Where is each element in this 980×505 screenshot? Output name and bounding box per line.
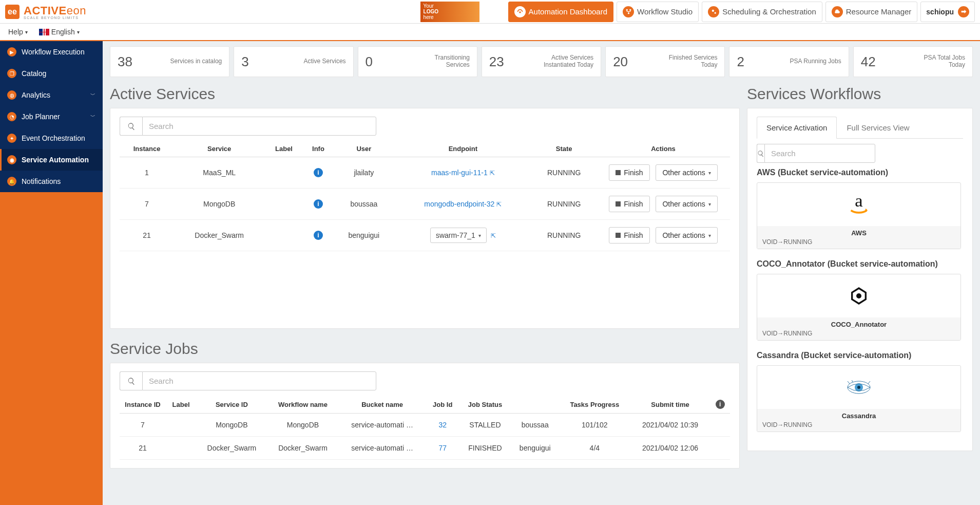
cell-actions: Finish Other actions ▾ — [597, 189, 730, 220]
cell-status: STALLED — [459, 414, 511, 437]
cell-info: i — [303, 220, 334, 251]
chevron-down-icon: ▾ — [25, 29, 28, 35]
external-link-icon[interactable]: ⇱ — [496, 201, 502, 208]
endpoint-dropdown[interactable]: swarm-77_1 ▾ — [430, 228, 487, 243]
cell-time: 2021/04/02 12:06 — [630, 437, 710, 460]
user-menu[interactable]: schiopu — [920, 2, 975, 22]
logo-mark-icon: ee — [5, 5, 20, 19]
chevron-down-icon: ▾ — [708, 201, 711, 207]
workflow-card-status: VOID→RUNNING — [762, 238, 955, 246]
service-icon: ◉ — [7, 155, 16, 164]
stat-active-instantiated-today[interactable]: 23Active Services Instantiated Today — [482, 46, 601, 77]
cell-job-id: 77 — [426, 437, 459, 460]
svg-text:a: a — [855, 193, 862, 210]
workflow-card[interactable]: a AWS VOID→RUNNING — [757, 182, 961, 249]
workflow-card-image — [757, 366, 960, 409]
chevron-down-icon: ﹀ — [90, 113, 95, 120]
cell-workflow: MongoDB — [267, 414, 339, 437]
job-id-link[interactable]: 32 — [438, 421, 447, 429]
nodes-icon — [623, 6, 634, 17]
cell-time: 2021/04/02 10:39 — [630, 414, 710, 437]
nav-scheduling[interactable]: Scheduling & Orchestration — [702, 2, 822, 22]
endpoint-link[interactable]: maas-ml-gui-11-1 — [431, 169, 488, 177]
main-content: 38Services in catalog 3Active Services 0… — [103, 41, 980, 505]
job-id-link[interactable]: 77 — [438, 444, 447, 452]
finish-button[interactable]: Finish — [609, 164, 649, 181]
svg-line-12 — [852, 380, 853, 382]
services-workflows-title: Services Workflows — [747, 85, 973, 103]
help-menu[interactable]: Help ▾ — [5, 26, 31, 38]
svg-point-0 — [626, 9, 627, 11]
workflow-card[interactable]: Cassandra VOID→RUNNING — [757, 365, 961, 432]
sidebar-item-event-orchestration[interactable]: ✦ Event Orchestration — [0, 127, 103, 149]
service-jobs-search-input[interactable] — [142, 371, 376, 390]
info-column-icon[interactable]: i — [716, 400, 725, 409]
stats-row: 38Services in catalog 3Active Services 0… — [103, 41, 980, 77]
other-actions-button[interactable]: Other actions ▾ — [656, 196, 717, 212]
nav-workflow-studio[interactable]: Workflow Studio — [617, 2, 699, 22]
sidebar-item-job-planner[interactable]: ◔ Job Planner ﹀ — [0, 106, 103, 127]
tab-service-activation[interactable]: Service Activation — [757, 117, 837, 139]
chevron-down-icon: ▾ — [478, 233, 481, 238]
external-link-icon[interactable]: ⇱ — [491, 232, 496, 239]
cell-user: boussaa — [333, 189, 394, 220]
sidebar-item-analytics[interactable]: ◍ Analytics ﹀ — [0, 84, 103, 106]
sidebar-item-catalog[interactable]: ❐ Catalog — [0, 63, 103, 84]
stat-transitioning-services[interactable]: 0Transitioning Services — [358, 46, 477, 77]
workflow-card-image — [757, 274, 960, 317]
other-actions-button[interactable]: Other actions ▾ — [656, 227, 717, 244]
workflow-card-status: VOID→RUNNING — [762, 421, 955, 428]
stat-psa-running[interactable]: 2PSA Running Jobs — [729, 46, 849, 77]
stat-services-in-catalog[interactable]: 38Services in catalog — [110, 46, 229, 77]
cell-service: MaaS_ML — [174, 157, 264, 189]
your-logo-placeholder: Your LOGO here — [420, 2, 479, 22]
cell-instance: 7 — [120, 189, 174, 220]
sidebar-item-workflow-execution[interactable]: ▶ Workflow Execution — [0, 41, 103, 63]
finish-button[interactable]: Finish — [609, 196, 649, 212]
svg-point-4 — [714, 12, 716, 14]
sidebar-item-service-automation[interactable]: ◉ Service Automation — [0, 149, 103, 171]
sidebar-item-notifications[interactable]: 🔔 Notifications — [0, 171, 103, 192]
activeeon-logo[interactable]: ee ACTIVEeon SCALE BEYOND LIMITS — [5, 4, 86, 20]
stat-active-services[interactable]: 3Active Services — [234, 46, 353, 77]
table-row: 21 Docker_Swarm i benguigui swarm-77_1 ▾… — [120, 220, 730, 251]
cell-service: Docker_Swarm — [174, 220, 264, 251]
cell-job-id: 32 — [426, 414, 459, 437]
active-services-table: Instance Service Label Info User Endpoin… — [120, 141, 730, 251]
info-icon[interactable]: i — [314, 199, 323, 209]
other-actions-button[interactable]: Other actions ▾ — [656, 164, 717, 181]
cell-service-id: Docker_Swarm — [196, 437, 267, 460]
chevron-down-icon: ﹀ — [90, 91, 95, 99]
active-services-search-input[interactable] — [142, 117, 376, 136]
workflows-tabs: Service Activation Full Services View — [757, 117, 963, 139]
uk-flag-icon — [39, 29, 49, 35]
cell-instance: 1 — [120, 157, 174, 189]
cell-instance-id: 21 — [120, 437, 166, 460]
nav-resource-manager[interactable]: Resource Manager — [825, 2, 918, 22]
cell-user: boussaa — [511, 414, 559, 437]
service-jobs-panel: Instance ID Label Service ID Workflow na… — [110, 363, 740, 469]
language-menu[interactable]: English ▾ — [36, 26, 83, 38]
cell-tasks: 101/102 — [559, 414, 630, 437]
service-jobs-search — [120, 371, 376, 390]
svg-line-11 — [848, 381, 850, 384]
cell-status: FINISHED — [459, 437, 511, 460]
active-services-search — [120, 117, 376, 136]
workflows-search-input[interactable] — [764, 144, 875, 163]
info-icon[interactable]: i — [314, 168, 323, 177]
nav-automation-dashboard[interactable]: Automation Dashboard — [508, 2, 613, 22]
cell-service-id: MongoDB — [196, 414, 267, 437]
workflow-card[interactable]: COCO_Annotator VOID→RUNNING — [757, 274, 961, 341]
cloud-icon — [832, 6, 843, 17]
cell-label — [166, 414, 196, 437]
active-services-panel: Instance Service Label Info User Endpoin… — [110, 108, 740, 329]
external-link-icon[interactable]: ⇱ — [490, 170, 495, 177]
search-icon — [757, 144, 764, 163]
stat-psa-total-today[interactable]: 42PSA Total Jobs Today — [853, 46, 973, 77]
finish-button[interactable]: Finish — [609, 227, 649, 244]
info-icon[interactable]: i — [314, 231, 323, 240]
tab-full-services-view[interactable]: Full Services View — [837, 117, 919, 138]
cell-state: RUNNING — [531, 189, 597, 220]
stat-finished-today[interactable]: 20Finished Services Today — [605, 46, 725, 77]
endpoint-link[interactable]: mongodb-endpoint-32 — [424, 200, 494, 208]
